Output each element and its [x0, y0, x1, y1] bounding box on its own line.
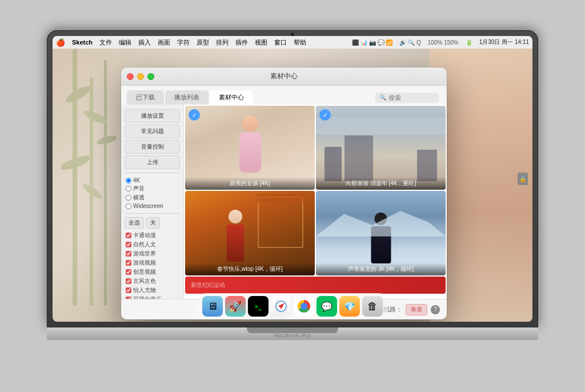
dock-safari[interactable] [271, 296, 291, 317]
sidebar-divider-2 [125, 213, 180, 214]
menu-file[interactable]: 文件 [99, 38, 112, 47]
window-title: 素材中心 [270, 71, 298, 81]
dock-trash[interactable]: 🗑 [362, 296, 383, 317]
content-area: ✓ 甜美的女孩 [4K] [184, 105, 447, 299]
menubar: 🍎 Sketch 文件 编辑 插入 画面 字符 原型 排列 插件 视图 窗口 帮… [53, 36, 532, 49]
sidebar-btn-volume[interactable]: 音量控制 [125, 140, 180, 154]
check-beauty[interactable]: 怡人尤物 [125, 286, 180, 295]
card-5-label: 新世纪纪运动 [191, 281, 225, 289]
app-window: 素材中心 已下载 播放列表 素材中心 [121, 67, 447, 319]
menu-text[interactable]: 字符 [177, 38, 190, 47]
menu-arrange[interactable]: 排列 [216, 38, 229, 47]
dock-chrome[interactable] [294, 296, 314, 317]
content-card-1[interactable]: ✓ 甜美的女孩 [4K] [185, 106, 315, 190]
window-body: 播放设置 常见问题 音量控制 上传 4K 声音 [121, 105, 447, 299]
download-help-button[interactable]: ? [431, 305, 440, 314]
check-pets[interactable]: 游戏世界 [125, 249, 180, 258]
svg-rect-0 [73, 49, 77, 306]
window-tabs: 已下载 播放列表 素材中心 🔍 [121, 86, 447, 105]
content-card-5[interactable]: 新世纪纪运动 [185, 277, 446, 294]
menu-edit[interactable]: 编辑 [119, 38, 131, 47]
card-1-label: 甜美的女孩 [4K] [185, 177, 315, 190]
radio-widescreen[interactable]: Widescreen [125, 202, 180, 210]
sidebar-divider-1 [125, 173, 180, 173]
dock-sketch[interactable]: 💎 [339, 296, 360, 317]
window-close-button[interactable] [127, 73, 134, 80]
sidebar-btn-faq[interactable]: 常见问题 [125, 125, 180, 138]
content-card-4[interactable]: 芦苇落里的 JK [4K，循环] [316, 191, 446, 275]
sidebar-checkboxes: 卡通动漫 自然人文 游戏世界 游戏视频 [125, 231, 180, 299]
menu-insert[interactable]: 插入 [138, 38, 151, 47]
card-2-label: 向那渐渐 消逝年 [4K，重旺] [316, 177, 446, 190]
radio-4k[interactable]: 4K [125, 177, 180, 184]
btn-select-none[interactable]: 关 [146, 217, 160, 229]
menubar-datetime: 1月30日 周一 14:11 [479, 38, 529, 46]
check-cartoon[interactable]: 卡通动漫 [125, 231, 180, 240]
apple-menu[interactable]: 🍎 [56, 38, 65, 47]
download-region[interactable]: 香港 [406, 304, 427, 315]
sidebar-all-none: 全选 关 [125, 217, 180, 229]
menu-prototype[interactable]: 原型 [197, 38, 209, 47]
search-input[interactable] [388, 94, 434, 101]
card-3-label: 春节快乐,wtop [4K，循环] [185, 263, 315, 275]
menu-canvas[interactable]: 画面 [158, 38, 170, 47]
desktop: 🔒 🍎 Sketch 文件 编辑 插入 画面 字符 原型 排列 插件 视图 窗口… [53, 36, 532, 322]
dock-area: 🖥 🚀 >_ [197, 293, 388, 319]
radio-sound[interactable]: 声音 [125, 184, 180, 193]
card-1-checkmark: ✓ [189, 109, 200, 121]
menu-window[interactable]: 窗口 [274, 38, 287, 47]
dock-terminal[interactable]: >_ [248, 296, 269, 317]
btn-select-all[interactable]: 全选 [125, 217, 144, 229]
sidebar: 播放设置 常见问题 音量控制 上传 4K 声音 [121, 105, 184, 299]
svg-point-3 [63, 83, 93, 106]
window-titlebar: 素材中心 [121, 67, 447, 86]
card-2-checkmark: ✓ [319, 109, 331, 121]
dock-wechat[interactable]: 💬 [316, 296, 337, 317]
tab-downloaded[interactable]: 已下载 [127, 90, 164, 105]
macbook: 🔒 🍎 Sketch 文件 编辑 插入 画面 字符 原型 排列 插件 视图 窗口… [47, 30, 538, 362]
sidebar-radio-group: 4K 声音 横透 Widescreen [125, 177, 180, 210]
radio-horizontal[interactable]: 横透 [125, 193, 180, 202]
search-icon: 🔍 [379, 94, 386, 101]
menu-help[interactable]: 帮助 [294, 38, 306, 47]
screen: 🔒 🍎 Sketch 文件 编辑 插入 画面 字符 原型 排列 插件 视图 窗口… [53, 36, 532, 322]
svg-marker-8 [316, 211, 446, 237]
content-card-3[interactable]: 春节快乐,wtop [4K，循环] [185, 191, 315, 275]
dock: 🖥 🚀 >_ [197, 293, 388, 319]
content-card-2[interactable]: ✓ 向那渐渐 消逝年 [4K，重旺] [316, 106, 446, 190]
check-music[interactable]: 可视化音乐 [125, 295, 180, 299]
window-minimize-button[interactable] [137, 73, 144, 80]
content-grid: ✓ 甜美的女孩 [4K] [184, 105, 447, 299]
app-name[interactable]: Sketch [72, 39, 93, 46]
menu-plugin[interactable]: 插件 [235, 38, 248, 47]
macbook-label: MacBook Pro [274, 333, 311, 338]
window-maximize-button[interactable] [147, 73, 154, 80]
sidebar-btn-upload[interactable]: 上传 [125, 155, 180, 169]
dock-finder[interactable]: 🖥 [202, 296, 223, 317]
sidebar-btn-playback[interactable]: 播放设置 [125, 109, 180, 123]
svg-rect-2 [104, 60, 107, 306]
tab-playlist[interactable]: 播放列表 [165, 90, 209, 105]
check-creative[interactable]: 创意视频 [125, 267, 180, 277]
check-ancient[interactable]: 古风古色 [125, 277, 180, 286]
check-nature[interactable]: 自然人文 [125, 240, 180, 249]
search-box[interactable]: 🔍 [375, 93, 439, 103]
macbook-base: MacBook Pro [47, 327, 538, 340]
tab-materials[interactable]: 素材中心 [210, 90, 253, 105]
card-4-label: 芦苇落里的 JK [4K，循环] [316, 263, 446, 275]
screen-bezel: 🔒 🍎 Sketch 文件 编辑 插入 画面 字符 原型 排列 插件 视图 窗口… [47, 30, 538, 327]
window-controls [127, 73, 154, 80]
check-games[interactable]: 游戏视频 [125, 258, 180, 267]
menu-view[interactable]: 视图 [255, 38, 267, 47]
dock-launchpad[interactable]: 🚀 [225, 296, 246, 317]
